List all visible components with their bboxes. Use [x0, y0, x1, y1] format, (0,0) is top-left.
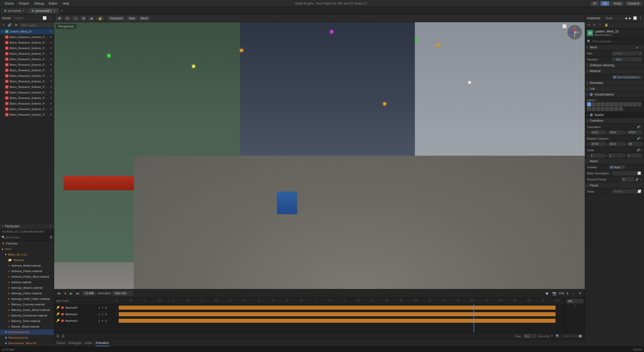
track-down-3[interactable]: ▼	[101, 319, 104, 322]
viewport-lock-icon[interactable]: 🔒	[96, 16, 104, 21]
fs-antenna-plastic-blue[interactable]: ● Antenna_Plastic_Blue.material	[0, 274, 54, 279]
tree-node-10[interactable]: M Bistro_Research_Exterior_Paris_Buil 👁	[0, 84, 54, 90]
layer-18[interactable]	[610, 107, 614, 111]
mode-assetlib[interactable]: AssetLib	[625, 1, 642, 6]
anim-options-icon[interactable]: ☰	[62, 334, 65, 338]
inspector-dots-icon[interactable]: ⋮	[639, 16, 642, 20]
tree-node-3[interactable]: M Bistro_Research_Exterior_Paris_Buil 👁	[0, 45, 54, 51]
track-down-1[interactable]: ▼	[101, 306, 104, 309]
snap-value-input[interactable]	[524, 334, 536, 338]
layer-6[interactable]	[610, 102, 614, 106]
fs-bistrowinefbx[interactable]: ■ BistroInterior_Wine.fbx	[0, 340, 54, 346]
viewport-scale-icon[interactable]: ⤡	[72, 16, 79, 21]
timeline-zoom-icon[interactable]: 🔍	[555, 334, 561, 338]
script-value[interactable]: <empty> ⬜	[612, 189, 642, 194]
anim-camera-btn[interactable]: 📷	[551, 291, 558, 296]
scale-link-icon[interactable]: 🔗	[637, 149, 640, 151]
track-delete-1[interactable]: 🗑	[105, 306, 107, 309]
layer-8[interactable]	[619, 102, 623, 106]
software-skinning-section[interactable]: ▸ Software Skinning	[585, 62, 644, 68]
tree-node-12[interactable]: M Bistro_Research_Exterior_Paris_Buil 👁	[0, 95, 54, 101]
view-btn[interactable]: View	[127, 16, 137, 21]
visual-instance-section[interactable]: ▸ VisualInstance	[585, 92, 644, 98]
rotation-reset-icon[interactable]: ↺	[640, 137, 642, 140]
transform-btn[interactable]: Transform	[107, 16, 125, 21]
layer-15[interactable]	[596, 107, 600, 111]
tree-node-13[interactable]: M Bistro_Research_Exterior_Paris_Buil 👁	[0, 101, 54, 106]
tree-node-2[interactable]: M Bistro_Research_Exterior_Paris_Buil 👁	[0, 40, 54, 45]
fs-options-icon[interactable]: ☰	[50, 236, 52, 239]
anim-prev-btn[interactable]: ⏮	[56, 291, 62, 296]
track-up-2[interactable]: ▲	[98, 313, 100, 316]
add-tab-button[interactable]: +	[59, 9, 65, 13]
track-up-1[interactable]: ▲	[98, 306, 100, 309]
tab-audio[interactable]: Audio	[85, 340, 93, 346]
timeline-zoom-slider[interactable]	[563, 335, 583, 337]
tab-close-1[interactable]: ✕	[22, 9, 25, 13]
filesystem-header[interactable]: ▸ FileSystem ⋮	[0, 223, 54, 230]
process-priority-link[interactable]: 🔗	[635, 178, 638, 181]
fs-balcony-concrete[interactable]: ● Balcony_Concrete.material	[0, 302, 54, 307]
menu-editor[interactable]: Editor	[46, 1, 60, 6]
node-tab[interactable]: Node	[605, 16, 613, 20]
translation-link-icon[interactable]: 🔗	[637, 125, 640, 128]
scale-x-input[interactable]	[590, 154, 605, 157]
anim-info-btn[interactable]: ℹ	[566, 291, 569, 296]
fs-awnings-beams[interactable]: ● Awnings_Beams.material	[0, 285, 54, 291]
viewport[interactable]: Perspective Y Z ⬜	[54, 22, 585, 289]
fs-bistroexterior-fbx[interactable]: ■ BistroExterior.fbx	[0, 329, 54, 335]
translation-x-input[interactable]	[590, 131, 605, 134]
mesh-section[interactable]: ▸ Mesh ◀ ⋮	[585, 45, 644, 50]
fs-bistro-folder[interactable]: ▾ Bistro_v5_1 (1)	[0, 252, 54, 257]
viewport-rotate-icon[interactable]: ↻	[64, 16, 71, 21]
tree-node-7[interactable]: M Bistro_Research_Exterior_Paris_Buil 👁	[0, 68, 54, 73]
rotation-link-icon[interactable]: 🔗	[637, 137, 640, 140]
anim-play-btn[interactable]: ▶	[69, 291, 74, 296]
translation-reset-icon[interactable]: ↺	[640, 125, 642, 128]
scale-reset-icon[interactable]: ↺	[640, 149, 642, 151]
fs-banner-metal[interactable]: ● Banner_Metal.material	[0, 324, 54, 329]
viewport-move-icon[interactable]: ✥	[56, 16, 63, 21]
layer-17[interactable]	[605, 107, 609, 111]
tree-node-14[interactable]: M Bistro_Research_Exterior_Paris_Buil 👁	[0, 106, 54, 112]
fs-bistroint-fbx[interactable]: ■ BistroInterior.fbx	[0, 335, 54, 340]
process-priority-reset[interactable]: ↺	[640, 178, 642, 181]
fs-dots-icon[interactable]: ⋮	[49, 225, 52, 228]
animation-time[interactable]: 12.466	[82, 291, 96, 296]
fs-antenna-metal[interactable]: ● Antenna_Metal.material	[0, 263, 54, 268]
menu-help[interactable]: Help	[60, 1, 72, 6]
filter-properties-input[interactable]	[592, 40, 642, 43]
viewport-snap-icon[interactable]: ⊞	[80, 16, 87, 21]
filter-icon-anim[interactable]: ⚙	[56, 334, 59, 338]
insp-bookmark-btn[interactable]: ☆	[598, 23, 602, 27]
anim-record-btn[interactable]: ⏺	[544, 291, 550, 296]
fs-antenna-plastic[interactable]: ● Antenna_Plastic.material	[0, 268, 54, 274]
tab-animation[interactable]: Animation	[95, 340, 109, 346]
animation-take-input[interactable]	[113, 291, 133, 296]
inspector-next-icon[interactable]: ▶	[629, 16, 631, 20]
insp-history-btn[interactable]: ⟲	[587, 23, 591, 27]
mode-3d[interactable]: 3D	[601, 1, 609, 6]
insp-forward-btn[interactable]: ⟳	[592, 23, 597, 27]
skeleton-value[interactable]: ○ Bistr ✎ ↓	[612, 57, 642, 61]
insp-lock-btn[interactable]: 🔒	[603, 23, 609, 27]
matrix-section[interactable]: ▸ Matrix	[585, 158, 644, 164]
transform-section[interactable]: ▾ Transform	[585, 118, 644, 124]
tree-node-11[interactable]: M Bistro_Research_Exterior_Paris_Buil 👁	[0, 90, 54, 95]
visibility-dropdown[interactable]: Node ▾	[609, 165, 625, 169]
layer-20[interactable]	[619, 107, 623, 111]
layer-9[interactable]	[623, 102, 627, 106]
track-manhole3[interactable]: 🔑 Manhole3 ▲ ▼ 🗑	[54, 317, 109, 324]
layer-5[interactable]	[605, 102, 609, 106]
process-priority-input[interactable]	[621, 177, 634, 182]
seconds-dropdown-arrow[interactable]: ▾	[551, 334, 553, 338]
geometry-section[interactable]: ▸ Geometry	[585, 80, 644, 86]
layer-1[interactable]	[587, 102, 591, 106]
track-delete-2[interactable]: 🗑	[105, 313, 107, 316]
tree-node-1[interactable]: M Bistro_Research_Exterior_Paris_Buil 👁	[0, 34, 54, 40]
spatial-section[interactable]: ▸ Spatial	[585, 112, 644, 118]
fs-awnings-fabric[interactable]: ● Awnings_Fabric.material	[0, 291, 54, 296]
maximize-icon[interactable]: ⬜	[43, 16, 47, 20]
add-track-header[interactable]: Add Track	[54, 297, 109, 304]
add-node-icon[interactable]: +	[2, 23, 6, 27]
